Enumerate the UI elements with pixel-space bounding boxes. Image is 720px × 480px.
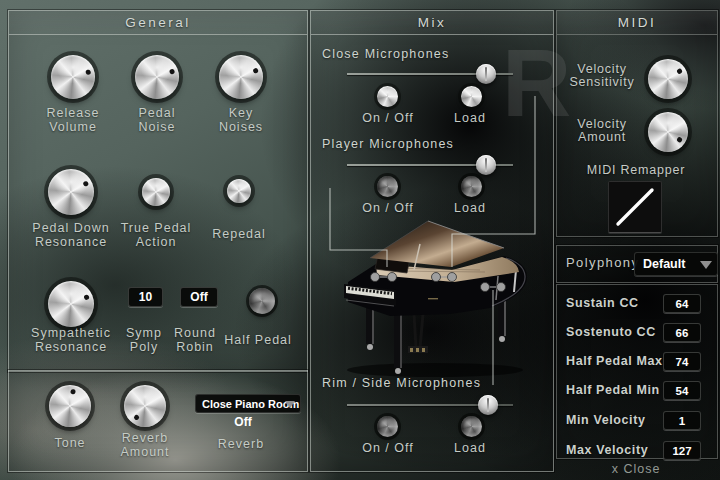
cc-row: Min Velocity 1: [557, 411, 717, 429]
half-pedal-min-label: Half Pedal Min: [566, 383, 660, 397]
knob-indicator-dot: [676, 68, 683, 75]
knob-indicator-dot: [252, 67, 259, 74]
half-pedal-label: Half Pedal: [213, 334, 303, 348]
velocity-sensitivity-knob[interactable]: [648, 59, 688, 99]
tone-knob[interactable]: [49, 385, 91, 427]
chevron-down-icon: [285, 401, 295, 408]
general-title: General: [125, 15, 191, 30]
midi-title: MIDI: [618, 15, 657, 30]
reverb-state-value[interactable]: Off: [213, 415, 273, 429]
half-pedal-max-label: Half Pedal Max: [566, 354, 663, 368]
key-noises-label: KeyNoises: [186, 107, 296, 134]
player-mics-slider-handle[interactable]: [476, 155, 496, 175]
close-mics-label: Close Microphones: [322, 47, 449, 61]
knob-indicator-dot: [82, 180, 89, 187]
remapper-line-icon: [609, 182, 661, 232]
max-velocity-value[interactable]: 127: [663, 441, 701, 460]
chevron-down-icon: [700, 261, 712, 269]
piano-plugin-ui: R General ReleaseVolume PedalNoise KeyNo…: [0, 0, 720, 480]
cc-row: Sostenuto CC 66: [557, 323, 717, 341]
velocity-sensitivity-label: Velocity Sensitivity: [556, 63, 648, 89]
round-robin-value[interactable]: Off: [180, 287, 218, 307]
reverb-amount-label: ReverbAmount: [100, 432, 190, 459]
repedal-label: Repedal: [189, 228, 289, 242]
midi-header: MIDI: [557, 11, 717, 35]
knob-indicator-dot: [168, 68, 174, 74]
reverb-preset-dropdown[interactable]: Close Piano Room: [195, 394, 301, 413]
sympathetic-resonance-knob[interactable]: [48, 281, 94, 327]
player-mics-load-knob[interactable]: [461, 176, 482, 197]
rim-mics-onoff-knob[interactable]: [377, 416, 398, 437]
polyphony-dropdown[interactable]: Default: [634, 252, 718, 276]
half-pedal-min-value[interactable]: 54: [663, 381, 701, 400]
cc-row: Half Pedal Max 74: [557, 352, 717, 370]
player-mics-onoff-knob[interactable]: [377, 176, 398, 197]
player-mics-onoff-label: On / Off: [343, 202, 433, 216]
pedal-noise-knob[interactable]: [135, 55, 179, 99]
knob-indicator-dot: [85, 69, 91, 75]
max-velocity-label: Max Velocity: [566, 443, 648, 457]
velocity-amount-knob[interactable]: [648, 112, 688, 152]
velocity-amount-label: Velocity Amount: [556, 118, 648, 144]
sustain-cc-label: Sustain CC: [566, 296, 639, 310]
reverb-label: Reverb: [196, 438, 286, 452]
half-pedal-max-value[interactable]: 74: [663, 352, 701, 371]
grand-piano-image: [330, 218, 550, 383]
knob-indicator-dot: [70, 389, 76, 395]
repedal-knob[interactable]: [227, 179, 251, 203]
player-mics-label: Player Microphones: [322, 137, 454, 151]
close-mics-onoff-label: On / Off: [343, 112, 433, 126]
sustain-cc-value[interactable]: 64: [663, 294, 701, 313]
midi-remapper-label: MIDI Remapper: [556, 164, 716, 177]
player-mics-load-label: Load: [430, 202, 510, 216]
rim-mics-load-label: Load: [430, 442, 510, 456]
key-noises-knob[interactable]: [219, 55, 263, 99]
knob-indicator-dot: [676, 136, 683, 143]
knob-indicator-dot: [133, 414, 140, 421]
sostenuto-cc-value[interactable]: 66: [663, 323, 701, 342]
symp-poly-value[interactable]: 10: [128, 287, 163, 307]
knob-indicator-dot: [83, 294, 90, 301]
rim-mics-slider-handle[interactable]: [478, 395, 498, 415]
close-mics-load-knob[interactable]: [461, 86, 482, 107]
close-mics-slider-handle[interactable]: [476, 64, 496, 84]
mix-header: Mix: [311, 11, 553, 35]
rim-mics-load-knob[interactable]: [461, 416, 482, 437]
sostenuto-cc-label: Sostenuto CC: [566, 325, 656, 339]
release-volume-knob[interactable]: [51, 55, 95, 99]
rim-mics-label: Rim / Side Microphones: [322, 376, 481, 390]
true-pedal-action-knob[interactable]: [142, 178, 170, 206]
cc-row: Max Velocity 127: [557, 441, 717, 459]
min-velocity-label: Min Velocity: [566, 413, 645, 427]
close-mics-load-label: Load: [430, 112, 510, 126]
half-pedal-knob[interactable]: [249, 288, 275, 314]
midi-cc-box: Sustain CC 64 Sostenuto CC 66 Half Pedal…: [556, 284, 718, 459]
midi-remapper-curve[interactable]: [608, 181, 662, 233]
cc-row: Half Pedal Min 54: [557, 381, 717, 399]
mix-title: Mix: [418, 15, 447, 30]
general-header: General: [9, 11, 307, 35]
polyphony-value: Default: [643, 257, 685, 271]
close-panel-button[interactable]: x Close: [556, 462, 716, 476]
reverb-amount-knob[interactable]: [124, 385, 166, 427]
close-mics-onoff-knob[interactable]: [377, 86, 398, 107]
cc-row: Sustain CC 64: [557, 294, 717, 312]
pedal-down-resonance-knob[interactable]: [48, 169, 94, 215]
rim-mics-onoff-label: On / Off: [343, 442, 433, 456]
min-velocity-value[interactable]: 1: [663, 411, 701, 430]
